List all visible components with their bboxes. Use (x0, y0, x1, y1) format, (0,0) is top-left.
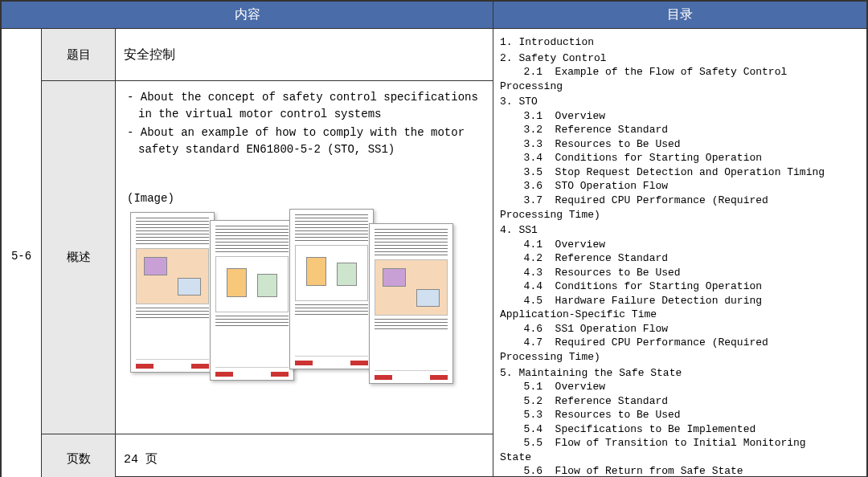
document-thumbnail (130, 212, 215, 373)
toc-item: Application-Specific Time (500, 308, 860, 322)
toc-item: 3.4 Conditions for Starting Operation (500, 151, 860, 165)
toc-cell: 1. Introduction 2. Safety Control 2.1 Ex… (493, 29, 867, 478)
toc-item: Processing Time) (500, 350, 860, 365)
header-toc: 目录 (493, 2, 867, 29)
toc-item: 3. STO (500, 95, 860, 109)
header-content: 内容 (2, 2, 493, 29)
toc-item: 4.7 Required CPU Performance (Required (500, 336, 860, 350)
title-value: 安全控制 (116, 29, 493, 81)
overview-cell: - About the concept of safety control sp… (116, 81, 493, 434)
label-pages: 页数 (42, 434, 116, 477)
toc-item: 3.6 STO Operation Flow (500, 179, 860, 194)
toc-item: 5. Maintaining the Safe State (500, 366, 860, 381)
toc-item: 4.2 Reference Standard (500, 251, 860, 266)
toc-item: 5.6 Flow of Return from Safe State (500, 464, 860, 477)
toc-item: 1. Introduction (500, 35, 860, 50)
toc-item: 4.4 Conditions for Starting Operation (500, 279, 860, 294)
document-thumbnail (210, 220, 294, 381)
row-number: 5-6 (2, 29, 42, 478)
document-thumbnail (369, 223, 453, 384)
document-table: 内容 目录 5-6 题目 安全控制 1. Introduction 2. Saf… (0, 0, 868, 477)
toc-item: 2.1 Example of the Flow of Safety Contro… (500, 65, 860, 80)
toc-item: 5.4 Specifications to Be Implemented (500, 422, 860, 437)
document-thumbnail (289, 209, 374, 369)
label-title: 题目 (42, 29, 116, 81)
toc-item: 4.3 Resources to Be Used (500, 266, 860, 280)
toc-item: 5.5 Flow of Transition to Initial Monito… (500, 436, 860, 450)
pages-value: 24 页 (116, 434, 493, 477)
toc-item: 4.1 Overview (500, 238, 860, 252)
toc-item: 4.5 Hardware Failure Detection during (500, 294, 860, 308)
toc-item: Processing Time) (500, 208, 860, 222)
toc-item: 5.3 Resources to Be Used (500, 408, 860, 422)
toc-item: 3.2 Reference Standard (500, 123, 860, 137)
label-overview: 概述 (42, 81, 116, 434)
toc-item: 3.1 Overview (500, 109, 860, 124)
toc-item: 3.7 Required CPU Performance (Required (500, 194, 860, 208)
toc-item: 5.2 Reference Standard (500, 394, 860, 409)
overview-bullet: - About an example of how to comply with… (127, 124, 481, 158)
toc-item: 3.5 Stop Request Detection and Operation… (500, 165, 860, 180)
toc-item: 4.6 SS1 Operation Flow (500, 322, 860, 336)
toc-item: 2. Safety Control (500, 51, 860, 66)
toc-item: 4. SS1 (500, 223, 860, 238)
thumbnail-row (127, 212, 481, 384)
toc-item: State (500, 450, 860, 465)
toc-item: 3.3 Resources to Be Used (500, 137, 860, 152)
overview-bullet: - About the concept of safety control sp… (127, 89, 481, 123)
image-label: (Image) (127, 190, 481, 207)
toc-item: Processing (500, 80, 860, 94)
toc-item: 5.1 Overview (500, 380, 860, 394)
